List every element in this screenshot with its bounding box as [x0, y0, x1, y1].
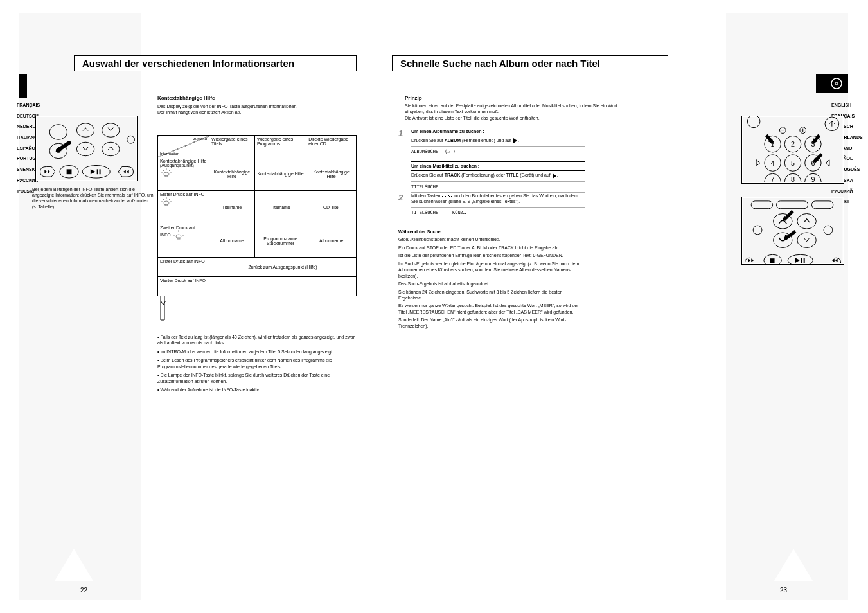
lang-item: FRANÇAIS — [17, 103, 35, 108]
left-help-block: Kontextabhängige Hilfe Das Display zeigt… — [157, 95, 357, 116]
note-item: Die Lampe der INFO-Taste blinkt, solange… — [157, 372, 357, 384]
table-cell: CD-Titel — [306, 191, 357, 224]
table-cell: Zurück zum Ausgangspunkt (Hilfe) — [209, 258, 357, 277]
left-intro-text: Bei jedem Betätigen der INFO-Taste änder… — [32, 186, 154, 209]
svg-line-31 — [175, 232, 176, 233]
lamp-icon — [172, 230, 185, 240]
note-item: Sie können 24 Zeichen eingeben. Suchwort… — [398, 289, 585, 301]
svg-rect-71 — [770, 258, 775, 263]
svg-line-32 — [181, 232, 182, 233]
svg-text:7: 7 — [771, 175, 775, 183]
step-heading: Um einen Albumname zu suchen : — [411, 129, 585, 136]
display-tag: TITELSUCHE — [411, 184, 438, 190]
table-cell: Kontextabhängige Hilfe — [306, 157, 357, 191]
step-1: 1 Um einen Albumname zu suchen : Drücken… — [398, 129, 585, 193]
svg-rect-12 — [97, 169, 98, 174]
note-item: Groß-/Kleinbuchstaben: macht keinen Unte… — [398, 236, 585, 242]
svg-rect-74 — [804, 258, 805, 263]
table-cell: Kontextabhängige Hilfe — [209, 157, 255, 191]
lamp-icon — [160, 197, 173, 207]
remote-keypad-illustration: 1 2 3 4 5 6 7 8 9 — [741, 116, 844, 184]
note-item: Während der Aufnahme ist die INFO-Taste … — [157, 387, 357, 393]
note-item: Falls der Text zu lang ist (länger als 4… — [157, 334, 357, 346]
notes-heading: Während der Suche: — [398, 229, 585, 235]
intro-heading: Prinzip — [405, 95, 630, 102]
table-col: Wiedergabe eines Titels — [209, 136, 255, 157]
svg-text:8: 8 — [791, 175, 795, 183]
svg-point-36 — [835, 82, 838, 85]
lamp-icon — [160, 168, 173, 178]
table-rowlabel: Vierter Druck auf INFO — [158, 277, 209, 296]
note-item: Im Such-Ergebnis werden gleiche Einträge… — [398, 261, 585, 279]
table-hdr-tl: Zustand — [193, 137, 207, 141]
note-item: Beim Lesen des Programmspeichers erschei… — [157, 357, 357, 369]
play-icon — [513, 138, 518, 143]
remote-illustration-left — [35, 116, 138, 181]
info-table: Zustand Information Wiedergabe eines Tit… — [157, 135, 357, 296]
display-tag: ALBUMSUCHE — [411, 149, 438, 154]
display-args: (↵ ) — [445, 149, 456, 154]
step-heading-2: Um einen Musiktitel zu suchen : — [411, 161, 585, 171]
lang-item: ENGLISH — [831, 103, 849, 108]
svg-line-24 — [163, 199, 164, 200]
help-p1: Das Display zeigt die von der INFO-Taste… — [157, 103, 357, 109]
step-2: 2 Mit den Tasten und den Buchstabentaste… — [398, 193, 585, 218]
svg-rect-73 — [801, 258, 802, 263]
section-tab-right — [816, 74, 848, 93]
note-item: Das Such-Ergebnis ist alphabetisch geord… — [398, 281, 585, 287]
table-cell: Albumname — [209, 224, 255, 258]
svg-rect-37 — [743, 117, 842, 182]
section-tab-left — [19, 74, 27, 98]
page-number-right: 23 — [780, 587, 787, 594]
side-strip-left — [19, 13, 141, 600]
table-col: Wiedergabe eines Programms — [254, 136, 306, 157]
right-notes: Während der Suche: Groß-/Kleinbuchstaben… — [398, 229, 585, 331]
table-rowlabel: Kontextabhängige Hilfe (Ausgangspunkt) — [160, 159, 206, 168]
svg-line-17 — [163, 170, 164, 171]
svg-text:9: 9 — [811, 175, 815, 183]
step-number: 1 — [398, 129, 410, 140]
page-arrow-right — [774, 549, 813, 581]
table-cell: Titelname — [254, 191, 306, 224]
note-item: Im INTRO-Modus werden die Informationen … — [157, 349, 357, 355]
table-hdr-bl: Information — [160, 152, 179, 155]
note-item: Ein Druck auf STOP oder EDIT oder ALBUM … — [398, 245, 585, 251]
intro-p2: Die Antwort ist eine Liste der Titel, di… — [405, 115, 630, 121]
lang-item: РУССКИЙ — [831, 189, 849, 194]
lang-item: PORTUGUÊS — [17, 156, 35, 161]
svg-rect-10 — [67, 169, 72, 174]
page-title-left: Auswahl der verschiedenen Informationsar… — [74, 55, 357, 71]
right-intro: Prinzip Sie können einen auf der Festpla… — [405, 95, 630, 121]
left-notes: Falls der Text zu lang ist (länger als 4… — [157, 334, 357, 396]
help-heading: Kontextabhängige Hilfe — [157, 95, 357, 102]
svg-line-18 — [169, 170, 170, 171]
table-cell — [209, 277, 357, 296]
table-cell: Titelname — [209, 191, 255, 224]
page-right: ENGLISH FRANÇAIS DEUTSCH NEDERLANDS ITAL… — [437, 13, 848, 600]
table-rowlabel: Erster Druck auf INFO — [160, 192, 204, 197]
svg-text:2: 2 — [791, 140, 795, 148]
disc-icon — [830, 77, 843, 90]
svg-rect-60 — [743, 198, 842, 263]
chevron-down-icon — [448, 193, 453, 199]
svg-rect-13 — [100, 169, 101, 174]
table-col: Direkte Wiedergabe einer CD — [306, 136, 357, 157]
table-cell: Kontextabhängige Hilfe — [254, 157, 306, 191]
svg-point-35 — [831, 78, 842, 89]
page-title-right: Schnelle Suche nach Album oder nach Tite… — [392, 55, 668, 71]
step-number: 2 — [398, 193, 410, 204]
display-value: KONZ… — [452, 210, 466, 215]
svg-text:5: 5 — [791, 159, 795, 167]
lang-item: ESPAÑOL — [17, 146, 35, 151]
svg-line-25 — [169, 199, 170, 200]
page-left: FRANÇAIS DEUTSCH NEDERLANDS ITALIANO ESP… — [19, 13, 430, 600]
note-item: Es werden nur ganze Wörter gesucht. Beis… — [398, 303, 585, 315]
lang-item: NEDERLANDS — [17, 124, 35, 129]
table-cell: Albumname — [306, 224, 357, 258]
lang-item: ITALIANO — [17, 135, 35, 140]
language-strip-left: FRANÇAIS DEUTSCH NEDERLANDS ITALIANO ESP… — [17, 103, 35, 199]
chevron-up-icon — [441, 193, 447, 199]
play-icon — [552, 173, 557, 179]
page-number-left: 22 — [80, 587, 87, 594]
display-tag: TITELSUCHE — [411, 210, 438, 215]
